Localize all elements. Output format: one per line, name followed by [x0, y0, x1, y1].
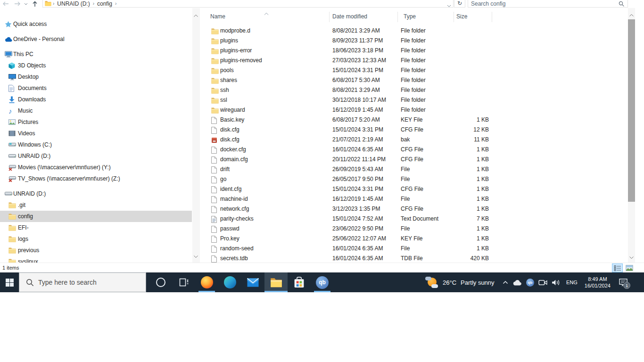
up-button[interactable]	[30, 0, 40, 8]
sidebar-item-label: config	[18, 211, 33, 222]
file-row[interactable]: Pro.key 25/06/2022 12:07 AM KEY File 1 K…	[200, 234, 628, 244]
start-button[interactable]	[0, 272, 19, 292]
file-row[interactable]: plugins 8/09/2023 11:37 PM File folder	[200, 36, 628, 46]
taskbar-app-mail[interactable]	[241, 272, 264, 292]
file-row[interactable]: domain.cfg 20/11/2022 11:14 PM CFG File …	[200, 155, 628, 165]
explorer-search[interactable]	[468, 0, 628, 8]
file-row[interactable]: drift 26/09/2019 5:43 AM File 1 KB	[200, 165, 628, 174]
file-row[interactable]: shares 6/08/2017 5:30 AM File folder	[200, 75, 628, 85]
taskbar-clock[interactable]: 8:49 AM16/01/2024	[583, 276, 612, 289]
meet-now-icon[interactable]	[538, 279, 547, 286]
sort-ascending-icon[interactable]	[264, 8, 269, 17]
sidebar-item-logs[interactable]: logs	[0, 233, 192, 245]
file-row[interactable]: network.cfg 3/12/2023 1:35 PM CFG File 1…	[200, 204, 628, 214]
sidebar-item-windows-c-[interactable]: Windows (C:)	[0, 139, 192, 150]
sidebar-item-efi-[interactable]: EFI-	[0, 222, 192, 233]
taskbar-search-input[interactable]	[38, 273, 142, 292]
sidebar-item-documents[interactable]: Documents	[0, 82, 192, 94]
column-header-date-modified[interactable]: Date modified	[332, 13, 367, 20]
breadcrumb-drive[interactable]: UNRAID (D:)	[56, 0, 91, 7]
explorer-search-input[interactable]	[471, 0, 612, 7]
file-row[interactable]: ident.cfg 15/01/2024 3:31 PM CFG File 1 …	[200, 184, 628, 194]
file-row[interactable]: plugins-removed 27/03/2023 12:33 AM File…	[200, 56, 628, 66]
taskbar-search[interactable]	[19, 272, 146, 292]
taskbar-weather[interactable]: 26°C Partly sunny	[426, 272, 495, 292]
sidebar-item-tv-shows-maccaserver-mnt-user-z-[interactable]: TV_Shows (\\maccaserver\mnt\user) (Z:)	[0, 173, 192, 184]
breadcrumb-folder[interactable]: config	[96, 0, 114, 7]
volume-icon[interactable]	[552, 279, 561, 286]
file-row[interactable]: ssh 8/08/2021 3:29 AM File folder	[200, 85, 628, 95]
sidebar-item-label: Pictures	[18, 116, 38, 128]
file-row[interactable]: pools 15/01/2024 3:31 PM File folder	[200, 66, 628, 75]
sidebar-item-videos[interactable]: Videos	[0, 128, 192, 139]
taskbar-app-store[interactable]	[288, 272, 311, 292]
file-list-scrollbar[interactable]	[628, 8, 635, 263]
sidebar-scrollbar[interactable]	[192, 8, 200, 263]
column-divider[interactable]	[397, 12, 398, 22]
file-row[interactable]: Basic.key 6/08/2017 5:20 AM KEY File 1 K…	[200, 115, 628, 125]
file-row[interactable]: plugins-error 18/06/2023 3:18 PM File fo…	[200, 46, 628, 56]
file-row[interactable]: secrets.tdb 16/01/2024 6:35 AM TDB File …	[200, 254, 628, 263]
sidebar-item-syslinux[interactable]: syslinux	[0, 256, 192, 263]
scroll-down-icon[interactable]	[629, 252, 634, 261]
file-row[interactable]: parity-checks 15/01/2024 7:52 AM Text Do…	[200, 214, 628, 224]
taskbar-app-qbittorrent[interactable]: qb	[311, 272, 334, 292]
sidebar-item-config[interactable]: config	[0, 211, 192, 222]
column-divider[interactable]	[492, 12, 492, 22]
file-row[interactable]: modprobe.d 8/08/2021 3:29 AM File folder	[200, 26, 628, 36]
sidebar-item-3d-objects[interactable]: 3D Objects	[0, 60, 192, 71]
sidebar-item-movies-maccaserver-mnt-user-y-[interactable]: Movies (\\maccaserver\mnt\user) (Y:)	[0, 162, 192, 173]
file-row[interactable]: go 26/05/2017 9:50 PM File 1 KB	[200, 174, 628, 184]
file-row[interactable]: random-seed 16/01/2024 6:35 AM File 1 KB	[200, 244, 628, 254]
weather-condition: Partly sunny	[461, 279, 495, 286]
file-row[interactable]: machine-id 16/12/2019 1:45 AM File 1 KB	[200, 194, 628, 204]
sidebar-item-previous[interactable]: previous	[0, 245, 192, 256]
file-row[interactable]: docker.cfg 16/01/2024 6:35 AM CFG File 1…	[200, 145, 628, 155]
back-button[interactable]	[1, 0, 10, 8]
taskbar-app-firefox[interactable]	[195, 272, 218, 292]
file-row[interactable]: passwd 23/06/2022 9:50 PM File 1 KB	[200, 224, 628, 234]
sidebar-item-unraid-d-[interactable]: UNRAID (D:)	[0, 150, 192, 162]
taskbar-app-edge[interactable]	[218, 272, 241, 292]
sidebar-item-onedrive-personal[interactable]: OneDrive - Personal	[0, 33, 192, 45]
scroll-up-icon[interactable]	[629, 10, 634, 18]
taskbar-app-file-explorer[interactable]	[264, 272, 288, 292]
scrollbar-thumb[interactable]	[628, 19, 635, 202]
column-header-name[interactable]: Name	[210, 13, 225, 20]
column-divider[interactable]	[329, 12, 330, 22]
sidebar-item-music[interactable]: ♪ Music	[0, 105, 192, 116]
file-row[interactable]: ssl 30/12/2018 10:17 AM File folder	[200, 95, 628, 105]
file-row[interactable]: wireguard 16/12/2019 1:45 AM File folder	[200, 105, 628, 115]
file-icon	[211, 176, 219, 183]
sidebar-item-this-pc[interactable]: This PC	[0, 49, 192, 60]
sidebar-item-pictures[interactable]: Pictures	[0, 116, 192, 128]
recent-locations-chevron-icon[interactable]	[23, 0, 29, 8]
sidebar-item--git[interactable]: .git	[0, 199, 192, 211]
sidebar-item-quick-access[interactable]: Quick access	[0, 18, 192, 30]
thumbnail-view-button[interactable]	[624, 263, 635, 272]
file-date-modified: 23/06/2022 9:50 PM	[332, 224, 383, 234]
file-row[interactable]: disk.cfg 15/01/2024 3:31 PM CFG File 12 …	[200, 125, 628, 135]
file-icon	[211, 225, 219, 233]
breadcrumb[interactable]: › UNRAID (D:) › config ›	[42, 0, 454, 8]
sidebar-item-downloads[interactable]: Downloads	[0, 94, 192, 105]
column-header-size[interactable]: Size	[456, 13, 467, 20]
onedrive-cloud-white-icon[interactable]	[512, 280, 522, 286]
qbittorrent-small-icon[interactable]: qb	[526, 279, 534, 287]
forward-button[interactable]	[13, 0, 22, 8]
action-center-button[interactable]: 1	[616, 272, 630, 292]
file-row[interactable]: disk.cfg 21/07/2021 2:19 AM bak 11 KB	[200, 135, 628, 145]
onedrive-cloud-blue-icon	[5, 35, 13, 43]
refresh-button[interactable]: ↻	[454, 0, 465, 8]
column-header-type[interactable]: Type	[404, 13, 416, 20]
language-indicator[interactable]: ENG	[565, 280, 579, 285]
details-view-button[interactable]	[612, 263, 623, 272]
column-divider[interactable]	[454, 12, 454, 22]
taskbar-app-task-view[interactable]	[172, 272, 195, 292]
taskbar-app-cortana[interactable]	[149, 272, 172, 292]
chevron-up-icon[interactable]	[503, 280, 508, 284]
sidebar-item-unraid-d-[interactable]: UNRAID (D:)	[0, 188, 192, 199]
sidebar-item-desktop[interactable]: Desktop	[0, 71, 192, 82]
scroll-up-icon[interactable]	[194, 10, 198, 19]
scroll-down-icon[interactable]	[194, 251, 198, 260]
